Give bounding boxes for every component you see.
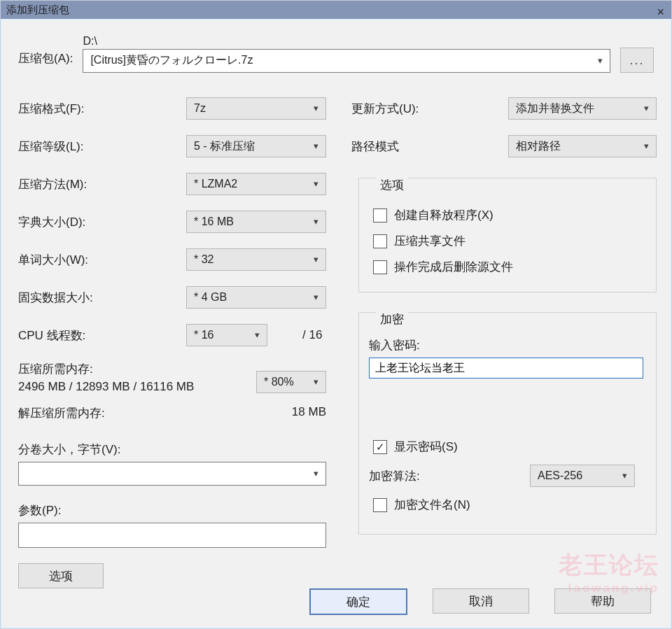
chevron-down-icon: ▾ — [314, 176, 318, 192]
encrypt-fieldset: 加密 输入密码: 显示密码(S) 加密算法: AES-256▾ 加密文件名(N) — [358, 312, 657, 535]
archive-filename-value: [Citrus]黄昏のフォルクローレ.7z — [90, 54, 253, 66]
chevron-down-icon: ▾ — [622, 468, 627, 483]
level-label: 压缩等级(L): — [18, 139, 186, 155]
options-legend: 选项 — [376, 177, 408, 193]
chevron-down-icon: ▾ — [644, 101, 649, 116]
algo-label: 加密算法: — [369, 468, 530, 484]
dialog-client: 压缩包(A): D:\ [Citrus]黄昏のフォルクローレ.7z ▾ ... — [1, 20, 671, 628]
chevron-down-icon: ▾ — [314, 374, 318, 390]
right-column: 更新方式(U): 添加并替换文件▾ 路径模式 相对路径▾ 选项 创建自释放程序(… — [351, 97, 657, 535]
options-button[interactable]: 选项 — [18, 563, 104, 588]
memcomp-combo[interactable]: * 80%▾ — [256, 371, 326, 393]
archive-path-dir: D:\ — [83, 35, 610, 48]
memdecomp-label: 解压缩所需内存: — [18, 405, 105, 425]
add-to-archive-window: 添加到压缩包 × 压缩包(A): D:\ [Citrus]黄昏のフォルクローレ.… — [0, 0, 672, 629]
shared-checkbox[interactable] — [373, 234, 387, 248]
threads-label: CPU 线程数: — [18, 327, 186, 344]
archive-row: 压缩包(A): D:\ [Citrus]黄昏のフォルクローレ.7z ▾ ... — [18, 35, 654, 73]
password-label: 输入密码: — [369, 337, 643, 353]
update-label: 更新方式(U): — [351, 101, 508, 117]
algo-combo[interactable]: AES-256▾ — [530, 465, 635, 487]
password-input[interactable] — [369, 358, 643, 379]
format-combo[interactable]: 7z▾ — [186, 97, 326, 120]
content-area: 压缩包(A): D:\ [Citrus]黄昏のフォルクローレ.7z ▾ ... — [1, 20, 671, 628]
word-label: 单词大小(W): — [18, 252, 186, 268]
sfx-checkbox[interactable] — [373, 209, 387, 222]
chevron-down-icon: ▾ — [255, 327, 260, 343]
archive-filename-combo[interactable]: [Citrus]黄昏のフォルクローレ.7z ▾ — [83, 49, 610, 73]
chevron-down-icon: ▾ — [314, 214, 318, 229]
memcomp-value: 2496 MB / 12893 MB / 16116 MB — [18, 380, 256, 394]
params-input[interactable] — [18, 523, 326, 548]
split-label: 分卷大小，字节(V): — [18, 441, 326, 458]
chevron-down-icon: ▾ — [314, 466, 318, 481]
chevron-down-icon: ▾ — [314, 252, 318, 267]
encrypt-legend: 加密 — [376, 311, 408, 327]
cancel-button[interactable]: 取消 — [433, 588, 529, 614]
chevron-down-icon: ▾ — [314, 290, 318, 305]
method-combo[interactable]: * LZMA2▾ — [186, 173, 326, 195]
archive-label: 压缩包(A): — [18, 35, 73, 66]
delete-checkbox-row[interactable]: 操作完成后删除源文件 — [373, 259, 643, 275]
chevron-down-icon: ▾ — [598, 53, 603, 69]
solid-label: 固实数据大小: — [18, 290, 186, 306]
options-fieldset: 选项 创建自释放程序(X) 压缩共享文件 操作完成后删除源文件 — [358, 178, 657, 292]
dict-combo[interactable]: * 16 MB▾ — [186, 211, 326, 233]
dict-label: 字典大小(D): — [18, 214, 186, 230]
close-icon[interactable]: × — [657, 3, 664, 21]
format-label: 压缩格式(F): — [18, 101, 186, 117]
pathmode-label: 路径模式 — [351, 139, 508, 155]
chevron-down-icon: ▾ — [314, 101, 318, 116]
browse-button[interactable]: ... — [620, 48, 654, 73]
memdecomp-value: 18 MB — [292, 405, 326, 425]
showpwd-checkbox[interactable] — [373, 440, 387, 454]
update-combo[interactable]: 添加并替换文件▾ — [508, 97, 657, 120]
encnames-checkbox[interactable] — [373, 498, 387, 512]
showpwd-checkbox-row[interactable]: 显示密码(S) — [373, 439, 643, 455]
ok-button[interactable]: 确定 — [309, 588, 407, 615]
encnames-checkbox-row[interactable]: 加密文件名(N) — [373, 497, 643, 513]
pathmode-combo[interactable]: 相对路径▾ — [508, 135, 657, 157]
chevron-down-icon: ▾ — [314, 139, 318, 154]
memcomp-label: 压缩所需内存: — [18, 361, 256, 377]
threads-combo[interactable]: * 16▾ — [186, 324, 267, 346]
left-column: 压缩格式(F): 7z▾ 压缩等级(L): 5 - 标准压缩▾ 压缩方法(M):… — [18, 97, 326, 588]
chevron-down-icon: ▾ — [644, 139, 649, 154]
delete-checkbox[interactable] — [373, 260, 387, 274]
sfx-checkbox-row[interactable]: 创建自释放程序(X) — [373, 207, 643, 223]
split-combo[interactable]: ▾ — [18, 462, 326, 486]
shared-checkbox-row[interactable]: 压缩共享文件 — [373, 233, 643, 249]
window-title: 添加到压缩包 — [6, 3, 69, 15]
params-label: 参数(P): — [18, 502, 326, 518]
level-combo[interactable]: 5 - 标准压缩▾ — [186, 135, 326, 157]
titlebar[interactable]: 添加到压缩包 × — [1, 1, 671, 19]
word-combo[interactable]: * 32▾ — [186, 248, 326, 271]
threads-total: / 16 — [302, 328, 322, 342]
help-button[interactable]: 帮助 — [554, 588, 651, 614]
solid-combo[interactable]: * 4 GB▾ — [186, 286, 326, 309]
method-label: 压缩方法(M): — [18, 176, 186, 192]
footer-buttons: 确定 取消 帮助 — [1, 588, 671, 615]
